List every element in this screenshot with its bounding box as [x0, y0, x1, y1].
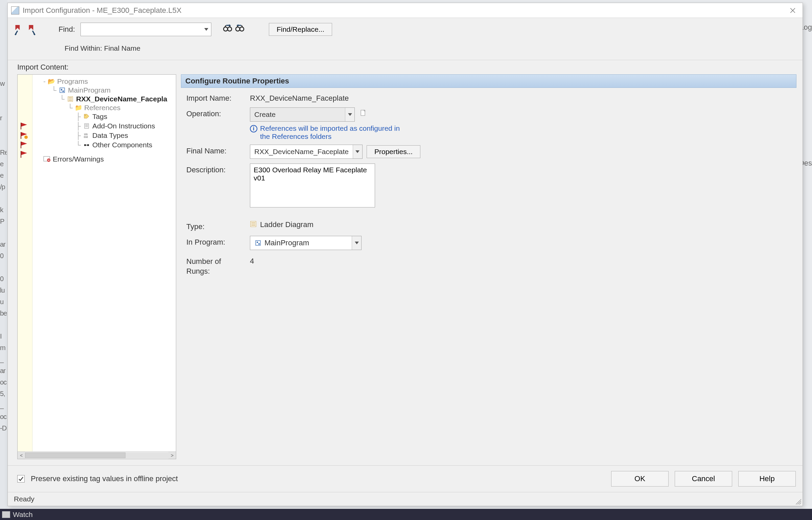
tree-horizontal-scrollbar[interactable]: < > [18, 451, 176, 459]
scroll-left-button[interactable]: < [18, 452, 25, 459]
folder-open-icon: 📂 [48, 78, 55, 85]
tree-node-tags[interactable]: ├ Tags [76, 113, 175, 121]
tree-label: Errors/Warnings [53, 155, 104, 163]
ok-button[interactable]: OK [611, 471, 669, 487]
svg-marker-31 [84, 114, 89, 118]
description-textarea[interactable] [250, 164, 375, 207]
background-fragment-left: w r Reee/p kP ar0 0luube Im_aroc5, _oc-D [0, 78, 7, 434]
tree-label: Tags [92, 113, 107, 121]
final-name-value: RXX_DeviceName_Faceplate [250, 148, 353, 156]
import-content-tree-panel: - 📂 Programs └ [17, 74, 176, 459]
watch-label: Watch [13, 511, 33, 519]
tree-label: MainProgram [68, 86, 111, 94]
watch-panel-bar[interactable]: Watch [0, 509, 812, 520]
operation-value: Create [250, 110, 345, 119]
svg-text:101: 101 [84, 133, 88, 135]
folder-icon: 📁 [75, 104, 82, 111]
tree-node-other[interactable]: └ Other Components [76, 141, 175, 149]
tree-node-aoi[interactable]: ├ Add-On Instructions [76, 122, 175, 130]
svg-marker-56 [355, 242, 359, 244]
close-icon [790, 7, 796, 14]
final-name-label: Final Name: [186, 145, 244, 155]
program-icon [254, 240, 262, 246]
type-value: Ladder Diagram [260, 220, 314, 229]
tag-icon [83, 113, 90, 120]
tree-label: RXX_DeviceName_Facepla [76, 95, 167, 103]
scrollbar-thumb[interactable] [25, 452, 125, 458]
find-replace-button[interactable]: Find/Replace... [269, 23, 332, 36]
svg-point-11 [240, 27, 244, 31]
svg-marker-45 [348, 113, 352, 116]
help-button[interactable]: Help [738, 471, 796, 487]
find-toolbar: Find: Find/Replace... Find Within: Final… [8, 18, 803, 60]
svg-point-8 [228, 27, 232, 31]
rungs-label: Number of Rungs: [186, 255, 244, 276]
find-label: Find: [59, 25, 75, 34]
tree-node-errors[interactable]: Errors/Warnings [43, 155, 175, 163]
datatype-icon: 101010 [83, 132, 90, 139]
svg-rect-33 [85, 124, 89, 128]
import-configuration-dialog: Import Configuration - ME_E300_Faceplate… [7, 3, 803, 506]
app-icon [11, 6, 19, 15]
import-content-label: Import Content: [8, 60, 803, 74]
cancel-button[interactable]: Cancel [675, 471, 732, 487]
program-icon [59, 87, 66, 94]
ladder-icon [250, 221, 257, 229]
tree-node-datatypes[interactable]: ├ 101010 Data Types [76, 131, 175, 140]
routine-properties-panel: Configure Routine Properties Import Name… [181, 74, 796, 459]
status-text: Ready [14, 495, 34, 503]
svg-rect-44 [48, 160, 50, 160]
tree-label: References [84, 104, 120, 112]
tree-label: Other Components [92, 141, 152, 149]
bookmark-prev-icon[interactable] [14, 25, 23, 34]
svg-marker-2 [15, 25, 20, 30]
in-program-label: In Program: [186, 236, 244, 247]
properties-header: Configure Routine Properties [181, 74, 796, 88]
find-within-label: Find Within: Final Name [14, 42, 796, 58]
svg-rect-40 [87, 144, 89, 146]
preserve-checkbox[interactable] [17, 475, 25, 482]
properties-button[interactable]: Properties... [367, 145, 420, 158]
operation-combo[interactable]: Create [250, 107, 355, 122]
svg-rect-39 [84, 144, 86, 146]
in-program-value: MainProgram [264, 239, 309, 247]
tree-node-mainprogram[interactable]: └ MainProgram [51, 86, 175, 94]
dialog-footer: Preserve existing tag values in offline … [8, 465, 803, 492]
find-prev-icon[interactable] [235, 24, 245, 35]
close-button[interactable] [786, 5, 799, 16]
tree-label: Programs [57, 77, 88, 85]
watch-icon [2, 511, 10, 518]
tree-node-routine[interactable]: └ RXX_DeviceName_Facepla [60, 95, 175, 103]
titlebar: Import Configuration - ME_E300_Faceplate… [8, 3, 803, 18]
tree-label: Data Types [92, 131, 128, 140]
operation-label: Operation: [186, 107, 244, 118]
chevron-down-icon [353, 145, 362, 158]
in-program-combo[interactable]: MainProgram [250, 236, 362, 250]
tree-node-programs[interactable]: - 📂 Programs [43, 77, 175, 85]
instruction-icon [83, 123, 90, 129]
operation-info: i References will be imported as configu… [250, 124, 791, 141]
scroll-right-button[interactable]: > [168, 452, 176, 459]
svg-rect-54 [257, 242, 258, 243]
type-label: Type: [186, 220, 244, 231]
chevron-down-icon [204, 28, 208, 31]
info-icon: i [250, 125, 257, 132]
tree-node-references[interactable]: └ 📁 References [68, 104, 175, 112]
import-content-tree[interactable]: - 📂 Programs └ [35, 77, 175, 163]
import-name-value: RXX_DeviceName_Faceplate [250, 92, 349, 103]
final-name-combo[interactable]: RXX_DeviceName_Faceplate [250, 145, 363, 159]
resize-grip[interactable] [794, 498, 801, 504]
find-next-icon[interactable] [223, 24, 232, 35]
find-input[interactable] [80, 23, 202, 36]
find-dropdown-button[interactable] [202, 23, 211, 36]
svg-rect-55 [258, 243, 260, 245]
new-document-icon[interactable] [360, 109, 367, 117]
bookmark-next-icon[interactable] [27, 25, 36, 34]
svg-point-7 [224, 27, 228, 31]
rungs-value: 4 [250, 255, 254, 266]
import-name-label: Import Name: [186, 92, 244, 103]
operation-info-text: References will be imported as configure… [260, 124, 402, 141]
svg-point-32 [85, 115, 86, 116]
svg-rect-24 [63, 91, 64, 92]
status-bar: Ready [8, 492, 803, 506]
